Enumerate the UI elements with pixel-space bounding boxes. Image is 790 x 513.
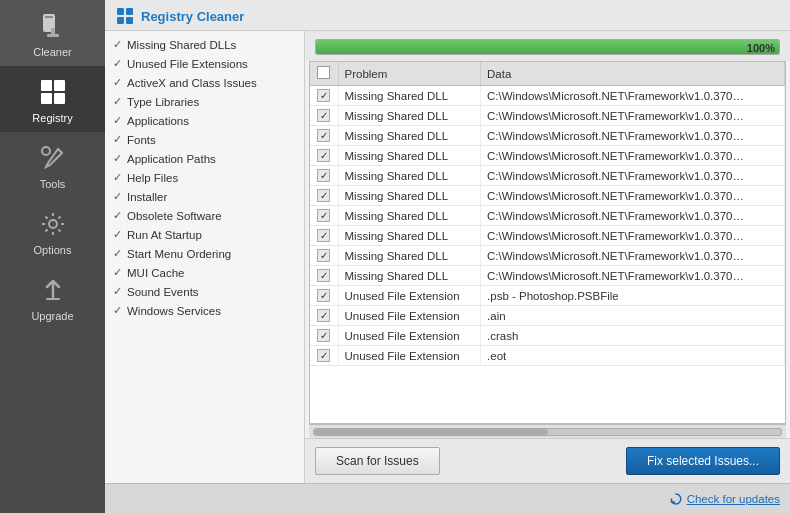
svg-rect-3 (47, 34, 59, 37)
sidebar-item-upgrade[interactable]: Upgrade (0, 264, 105, 330)
row-checkbox-cell[interactable] (310, 326, 338, 346)
row-checkbox[interactable] (317, 129, 330, 142)
checklist-label: Run At Startup (127, 229, 202, 241)
table-row: Unused File Extension .ain (310, 306, 785, 326)
check-mark: ✓ (113, 171, 122, 184)
checklist-item[interactable]: ✓Sound Events (105, 282, 304, 301)
checklist-panel: ✓Missing Shared DLLs✓Unused File Extensi… (105, 31, 305, 483)
table-row: Unused File Extension .psb - Photoshop.P… (310, 286, 785, 306)
sidebar-item-registry[interactable]: Registry (0, 66, 105, 132)
checklist-item[interactable]: ✓Help Files (105, 168, 304, 187)
registry-header-icon (115, 6, 135, 26)
hscroll-thumb (314, 429, 548, 435)
checklist-item[interactable]: ✓Run At Startup (105, 225, 304, 244)
row-checkbox-cell[interactable] (310, 166, 338, 186)
row-checkbox[interactable] (317, 169, 330, 182)
checklist-item[interactable]: ✓Unused File Extensions (105, 54, 304, 73)
checklist-item[interactable]: ✓Type Libraries (105, 92, 304, 111)
results-table-wrapper[interactable]: Problem Data Missing Shared DLL C:\Windo… (309, 61, 786, 424)
registry-icon (37, 76, 69, 108)
row-checkbox[interactable] (317, 109, 330, 122)
checklist-item[interactable]: ✓Applications (105, 111, 304, 130)
bottom-bar: Scan for Issues Fix selected Issues... (305, 438, 790, 483)
check-mark: ✓ (113, 304, 122, 317)
progress-area: 100% (305, 31, 790, 61)
data-cell: C:\Windows\Microsoft.NET\Framework\v1.0.… (481, 226, 785, 246)
row-checkbox-cell[interactable] (310, 126, 338, 146)
svg-point-5 (49, 220, 57, 228)
problem-cell: Missing Shared DLL (338, 126, 481, 146)
table-row: Unused File Extension .eot (310, 346, 785, 366)
row-checkbox[interactable] (317, 249, 330, 262)
checklist-item[interactable]: ✓Missing Shared DLLs (105, 35, 304, 54)
row-checkbox[interactable] (317, 209, 330, 222)
row-checkbox-cell[interactable] (310, 226, 338, 246)
row-checkbox[interactable] (317, 289, 330, 302)
check-mark: ✓ (113, 285, 122, 298)
checklist-item[interactable]: ✓ActiveX and Class Issues (105, 73, 304, 92)
row-checkbox[interactable] (317, 269, 330, 282)
select-all-checkbox[interactable] (317, 66, 330, 79)
data-cell: C:\Windows\Microsoft.NET\Framework\v1.0.… (481, 106, 785, 126)
row-checkbox-cell[interactable] (310, 286, 338, 306)
sidebar-item-tools[interactable]: Tools (0, 132, 105, 198)
sidebar-label-upgrade: Upgrade (31, 310, 73, 322)
table-row: Missing Shared DLL C:\Windows\Microsoft.… (310, 106, 785, 126)
row-checkbox-cell[interactable] (310, 146, 338, 166)
select-all-header[interactable] (310, 62, 338, 86)
content-area: ✓Missing Shared DLLs✓Unused File Extensi… (105, 31, 790, 483)
checklist-item[interactable]: ✓Start Menu Ordering (105, 244, 304, 263)
scan-button[interactable]: Scan for Issues (315, 447, 440, 475)
fix-button[interactable]: Fix selected Issues... (626, 447, 780, 475)
row-checkbox-cell[interactable] (310, 86, 338, 106)
sidebar-item-options[interactable]: Options (0, 198, 105, 264)
row-checkbox-cell[interactable] (310, 306, 338, 326)
checklist-item[interactable]: ✓Fonts (105, 130, 304, 149)
checklist-item[interactable]: ✓Installer (105, 187, 304, 206)
right-panel: 100% Problem Data (305, 31, 790, 483)
row-checkbox[interactable] (317, 229, 330, 242)
check-updates-link[interactable]: Check for updates (669, 492, 780, 506)
data-cell: C:\Windows\Microsoft.NET\Framework\v1.0.… (481, 206, 785, 226)
row-checkbox[interactable] (317, 349, 330, 362)
row-checkbox-cell[interactable] (310, 186, 338, 206)
problem-cell: Unused File Extension (338, 346, 481, 366)
row-checkbox[interactable] (317, 329, 330, 342)
row-checkbox-cell[interactable] (310, 266, 338, 286)
checklist-label: Windows Services (127, 305, 221, 317)
row-checkbox[interactable] (317, 309, 330, 322)
sidebar-label-tools: Tools (40, 178, 66, 190)
checklist-item[interactable]: ✓MUI Cache (105, 263, 304, 282)
header: Registry Cleaner (105, 0, 790, 31)
sidebar: Cleaner Registry Tools Options (0, 0, 105, 513)
check-mark: ✓ (113, 38, 122, 51)
data-cell: C:\Windows\Microsoft.NET\Framework\v1.0.… (481, 246, 785, 266)
sidebar-item-cleaner[interactable]: Cleaner (0, 0, 105, 66)
check-mark: ✓ (113, 133, 122, 146)
row-checkbox[interactable] (317, 189, 330, 202)
problem-cell: Missing Shared DLL (338, 146, 481, 166)
table-row: Missing Shared DLL C:\Windows\Microsoft.… (310, 206, 785, 226)
checklist-item[interactable]: ✓Obsolete Software (105, 206, 304, 225)
checklist-label: Obsolete Software (127, 210, 222, 222)
results-table: Problem Data Missing Shared DLL C:\Windo… (310, 62, 785, 366)
data-cell: C:\Windows\Microsoft.NET\Framework\v1.0.… (481, 86, 785, 106)
row-checkbox-cell[interactable] (310, 106, 338, 126)
svg-point-4 (42, 147, 50, 155)
checklist-item[interactable]: ✓Windows Services (105, 301, 304, 320)
table-header-row: Problem Data (310, 62, 785, 86)
horizontal-scrollbar[interactable] (309, 424, 786, 438)
row-checkbox[interactable] (317, 89, 330, 102)
check-mark: ✓ (113, 95, 122, 108)
row-checkbox-cell[interactable] (310, 246, 338, 266)
row-checkbox[interactable] (317, 149, 330, 162)
table-row: Missing Shared DLL C:\Windows\Microsoft.… (310, 246, 785, 266)
problem-cell: Unused File Extension (338, 306, 481, 326)
checklist-item[interactable]: ✓Application Paths (105, 149, 304, 168)
row-checkbox-cell[interactable] (310, 206, 338, 226)
check-mark: ✓ (113, 228, 122, 241)
data-cell: C:\Windows\Microsoft.NET\Framework\v1.0.… (481, 166, 785, 186)
row-checkbox-cell[interactable] (310, 346, 338, 366)
upgrade-icon (37, 274, 69, 306)
checklist-label: Type Libraries (127, 96, 199, 108)
